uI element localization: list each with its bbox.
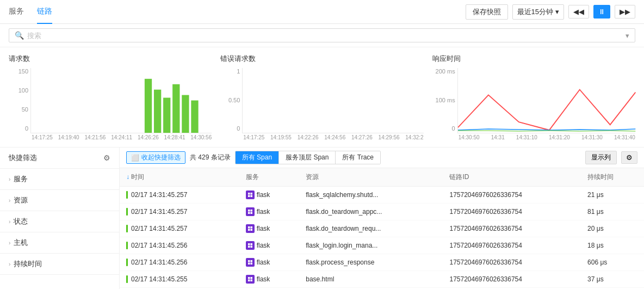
- chevron-right-icon: ›: [9, 198, 10, 204]
- time-selector[interactable]: 最近15分钟 ▾: [512, 4, 564, 20]
- cell-service: flask: [239, 271, 300, 288]
- table-settings-button[interactable]: ⚙: [621, 151, 637, 164]
- right-panel: ⬜ 收起快捷筛选 共 429 条记录 所有 Span 服务顶层 Span 所有 …: [120, 147, 644, 289]
- cell-time: 02/17 14:31:45.256: [120, 237, 239, 254]
- chevron-right-icon: ›: [9, 240, 10, 246]
- cell-time: 02/17 14:31:45.257: [120, 220, 239, 237]
- chart-x-labels-response: 14:30:5014:3114:31:1014:31:2014:31:3014:…: [457, 134, 635, 140]
- header-nav: 服务 链路: [9, 0, 52, 24]
- collapse-icon: ⬜: [131, 154, 139, 162]
- gear-icon: ⚙: [626, 153, 633, 162]
- chevron-right-icon: ›: [9, 176, 10, 182]
- chevron-down-icon[interactable]: ▾: [626, 32, 629, 40]
- tab-service-top-span[interactable]: 服务顶层 Span: [279, 151, 336, 164]
- table-row[interactable]: 02/17 14:31:45.256 flask flask.process_r…: [120, 254, 644, 271]
- filter-group-host: › 主机: [0, 232, 119, 254]
- tab-group: 所有 Span 服务顶层 Span 所有 Trace: [235, 151, 381, 164]
- svg-rect-20: [248, 246, 250, 248]
- svg-rect-5: [191, 101, 198, 133]
- filter-group-status-label: 状态: [14, 217, 28, 226]
- filter-group-service-header[interactable]: › 服务: [0, 169, 119, 189]
- cell-traceid: 17572046976026336754: [443, 271, 581, 288]
- cell-resource: flask.do_teardown_appc...: [299, 204, 443, 220]
- cell-resource: flask_sqlalchemy.shutd...: [299, 187, 443, 204]
- cell-time: 02/17 14:31:45.255: [120, 271, 239, 288]
- y-label: 100 ms: [436, 97, 455, 103]
- nav-item-chain[interactable]: 链路: [37, 0, 52, 24]
- next-button[interactable]: ▶▶: [615, 5, 635, 19]
- svg-rect-27: [250, 277, 252, 279]
- svg-rect-26: [248, 277, 250, 279]
- service-name: flask: [257, 242, 270, 249]
- table-row[interactable]: 02/17 14:31:45.257 flask flask_sqlalchem…: [120, 187, 644, 204]
- svg-rect-18: [248, 243, 250, 245]
- row-indicator: [126, 191, 128, 199]
- y-label: 100: [18, 87, 28, 94]
- collapse-button[interactable]: ⬜ 收起快捷筛选: [126, 151, 185, 164]
- filter-group-resource-header[interactable]: › 资源: [0, 190, 119, 211]
- search-input-wrap: 🔍 ▾: [9, 28, 635, 42]
- cell-resource: flask.do_teardown_requ...: [299, 220, 443, 237]
- record-count: 共 429 条记录: [190, 153, 231, 162]
- cell-traceid: 17572046976026336754: [443, 254, 581, 271]
- y-label: 50: [22, 106, 28, 113]
- filter-group-duration: › 持续时间: [0, 254, 119, 275]
- gear-icon[interactable]: ⚙: [103, 153, 110, 162]
- y-label: 150: [18, 68, 28, 75]
- cell-duration: 606 μs: [581, 254, 644, 271]
- data-table: ↓ 时间 服务 资源 链路ID 持续时间 02/17 14:31:45.257: [120, 168, 644, 289]
- tab-all-trace[interactable]: 所有 Trace: [336, 151, 380, 164]
- table-row[interactable]: 02/17 14:31:45.257 flask flask.do_teardo…: [120, 220, 644, 237]
- filter-group-resource-label: 资源: [14, 195, 28, 205]
- cell-duration: 20 μs: [581, 220, 644, 237]
- cell-service: flask: [239, 187, 300, 204]
- svg-rect-10: [248, 210, 250, 212]
- chart-x-labels-errors: 14:17:2514:19:5514:22:2614:24:5614:27:26…: [242, 134, 423, 140]
- cell-duration: 18 μs: [581, 237, 644, 254]
- cell-service: flask: [239, 254, 300, 271]
- row-indicator: [126, 225, 128, 232]
- search-input[interactable]: [27, 32, 629, 40]
- svg-rect-0: [145, 79, 152, 133]
- chart-title-response: 响应时间: [432, 54, 635, 64]
- col-header-duration: 持续时间: [581, 168, 644, 187]
- row-indicator: [126, 242, 128, 249]
- svg-rect-19: [250, 243, 252, 245]
- display-columns-button[interactable]: 显示列: [585, 151, 617, 164]
- service-name: flask: [257, 259, 270, 266]
- table-row[interactable]: 02/17 14:31:45.256 flask flask_login.log…: [120, 237, 644, 254]
- svg-rect-15: [250, 226, 252, 229]
- cell-traceid: 17572046976026336754: [443, 204, 581, 220]
- col-header-service: 服务: [239, 168, 300, 187]
- prev-button[interactable]: ◀◀: [568, 5, 589, 19]
- service-name: flask: [257, 208, 270, 216]
- row-indicator: [126, 259, 128, 266]
- service-icon: [246, 258, 255, 267]
- svg-rect-8: [248, 195, 250, 198]
- tab-all-span[interactable]: 所有 Span: [236, 151, 279, 164]
- cell-service: flask: [239, 204, 300, 220]
- table-wrap: ↓ 时间 服务 资源 链路ID 持续时间 02/17 14:31:45.257: [120, 168, 644, 289]
- pause-button[interactable]: ⏸: [593, 5, 610, 19]
- save-snapshot-button[interactable]: 保存快照: [466, 4, 508, 20]
- y-label: 0: [452, 125, 455, 132]
- filter-group-status-header[interactable]: › 状态: [0, 211, 119, 232]
- tab-bar-right: 显示列 ⚙: [585, 151, 637, 164]
- chart-title-requests: 请求数: [9, 54, 212, 64]
- y-label: 0: [25, 125, 28, 132]
- filter-group-resource: › 资源: [0, 190, 119, 211]
- cell-traceid: 17572046976026336754: [443, 187, 581, 204]
- col-header-resource: 资源: [299, 168, 443, 187]
- header: 服务 链路 保存快照 最近15分钟 ▾ ◀◀ ⏸ ▶▶: [0, 0, 644, 24]
- y-label: 1: [237, 68, 240, 75]
- col-header-time[interactable]: ↓ 时间: [120, 168, 239, 187]
- table-row[interactable]: 02/17 14:31:45.255 flask base.html 17572…: [120, 271, 644, 288]
- svg-rect-11: [250, 210, 252, 212]
- row-indicator: [126, 275, 128, 283]
- filter-group-duration-header[interactable]: › 持续时间: [0, 254, 119, 274]
- table-row[interactable]: 02/17 14:31:45.257 flask flask.do_teardo…: [120, 204, 644, 220]
- filter-group-host-header[interactable]: › 主机: [0, 232, 119, 253]
- svg-rect-7: [250, 193, 252, 195]
- nav-item-service[interactable]: 服务: [9, 0, 24, 24]
- service-name: flask: [257, 225, 270, 232]
